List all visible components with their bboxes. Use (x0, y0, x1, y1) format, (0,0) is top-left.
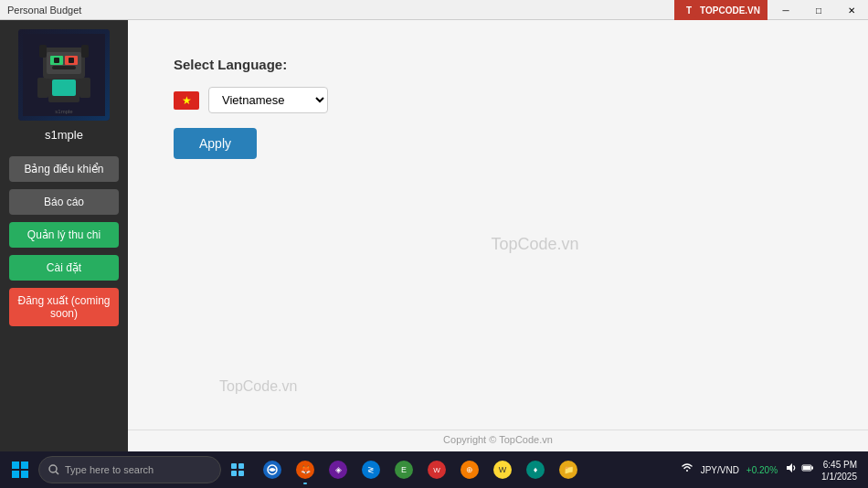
maximize-button[interactable]: □ (802, 0, 835, 20)
taskbar-icon-6[interactable]: W (422, 453, 451, 486)
taskbar-icon-chrome[interactable]: ⊕ (455, 453, 484, 486)
app-icon-orange: 🦊 (296, 461, 314, 479)
svg-rect-8 (39, 45, 47, 58)
current-date: 1/1/2025 (821, 472, 857, 482)
sidebar: s1mple s1mple Bảng điều khiển Báo cáo Qu… (0, 20, 128, 468)
svg-text:s1mple: s1mple (55, 109, 73, 114)
app-icon-teal: ♦ (526, 461, 545, 479)
task-view-icon (230, 462, 245, 477)
svg-marker-28 (787, 463, 792, 472)
current-time: 6:45 PM (823, 459, 857, 472)
window-controls: ─ □ ✕ (769, 0, 868, 20)
vietnamese-flag: ★ (174, 91, 199, 110)
svg-rect-30 (803, 466, 810, 470)
app-container: s1mple s1mple Bảng điều khiển Báo cáo Qu… (0, 20, 868, 468)
chrome-icon: ⊕ (460, 461, 479, 479)
sidebar-item-settings[interactable]: Cài đặt (9, 255, 119, 281)
close-button[interactable]: ✕ (835, 0, 868, 20)
svg-rect-4 (37, 78, 48, 98)
minimize-button[interactable]: ─ (769, 0, 802, 20)
svg-rect-9 (81, 45, 89, 58)
taskbar-icon-9[interactable]: ♦ (521, 453, 550, 486)
search-icon (48, 464, 59, 475)
app-icon-red: W (428, 461, 446, 479)
svg-rect-6 (52, 80, 76, 96)
footer-text: Copyright © TopCode.vn (443, 434, 553, 445)
topcode-icon: T (682, 3, 696, 17)
taskbar-right: JPY/VND +0.20% 6:45 PM 1/1 (681, 459, 864, 482)
svg-rect-19 (12, 471, 19, 478)
taskbar-icon-1[interactable] (258, 453, 287, 486)
taskbar-icon-5[interactable]: E (389, 453, 418, 486)
title-bar: Personal Budget T TOPCODE.VN ─ □ ✕ (0, 0, 868, 20)
svg-point-21 (49, 465, 57, 472)
start-button[interactable] (4, 453, 37, 486)
svg-rect-24 (238, 463, 244, 469)
apply-button[interactable]: Apply (174, 128, 257, 159)
taskbar-icon-2[interactable]: 🦊 (291, 453, 320, 486)
taskbar-search[interactable]: Type here to search (38, 456, 221, 483)
svg-rect-15 (52, 66, 76, 69)
watermark-center: TopCode.vn (491, 235, 578, 254)
avatar-area: s1mple (18, 29, 110, 121)
avatar: s1mple (18, 29, 110, 121)
sidebar-item-report[interactable]: Báo cáo (9, 189, 119, 215)
taskbar-icon-folder[interactable]: 📁 (554, 453, 583, 486)
svg-rect-13 (54, 58, 59, 63)
taskbar-icon-vscode[interactable]: ≷ (356, 453, 386, 486)
clock-area: 6:45 PM 1/1/2025 (821, 459, 857, 482)
language-row: ★ Vietnamese English Chinese (174, 87, 822, 113)
app-icon-blue (263, 461, 281, 479)
sidebar-item-dashboard[interactable]: Bảng điều khiển (9, 156, 119, 182)
flag-star: ★ (182, 94, 192, 107)
sidebar-item-logout[interactable]: Đăng xuất (coming soon) (9, 288, 119, 326)
svg-rect-23 (231, 463, 237, 469)
system-tray (785, 461, 814, 478)
topcode-logo-text: TOPCODE.VN (700, 5, 760, 16)
language-select[interactable]: Vietnamese English Chinese (208, 87, 328, 113)
search-placeholder: Type here to search (65, 464, 153, 475)
task-view-button[interactable] (223, 453, 252, 486)
svg-rect-18 (21, 461, 28, 469)
app-icon-purple: ◈ (329, 461, 347, 479)
select-language-label: Select Language: (174, 57, 822, 72)
svg-rect-5 (79, 78, 90, 98)
app-icon-yellow: W (493, 461, 512, 479)
sidebar-item-manage[interactable]: Quản lý thu chi (9, 222, 119, 248)
ie-icon (267, 464, 278, 475)
svg-rect-25 (231, 471, 237, 476)
currency-label: JPY/VND (701, 465, 739, 475)
taskbar-icon-3[interactable]: ◈ (323, 453, 353, 486)
main-content: Select Language: ★ Vietnamese English Ch… (128, 20, 868, 468)
network-icon[interactable] (681, 461, 693, 478)
avatar-svg: s1mple (23, 34, 105, 116)
svg-text:T: T (686, 5, 692, 16)
svg-rect-17 (12, 461, 19, 469)
taskbar: Type here to search 🦊 (0, 451, 868, 488)
footer-bar: Copyright © TopCode.vn (128, 430, 868, 448)
firefox-icon: 🦊 (301, 465, 311, 474)
vscode-icon: ≷ (362, 461, 380, 479)
currency-change: +0.20% (746, 465, 778, 475)
taskbar-icon-8[interactable]: W (488, 453, 517, 486)
app-title: Personal Budget (7, 5, 81, 16)
folder-icon: 📁 (559, 461, 577, 479)
username-label: s1mple (45, 128, 83, 142)
watermark-bottom-left: TopCode.vn (219, 378, 297, 395)
battery-icon[interactable] (801, 461, 814, 478)
volume-icon[interactable] (785, 461, 798, 478)
app-icon-green: E (395, 461, 413, 479)
windows-logo-icon (12, 461, 28, 478)
svg-line-22 (56, 472, 58, 474)
svg-rect-14 (69, 58, 74, 63)
widget-icon: ◈ (335, 465, 342, 474)
topcode-logo-bar: T TOPCODE.VN (674, 0, 767, 20)
svg-rect-20 (21, 471, 28, 478)
svg-rect-31 (811, 467, 813, 470)
taskbar-app-icons: 🦊 ◈ ≷ E W ⊕ (258, 453, 583, 486)
svg-rect-26 (238, 471, 244, 476)
